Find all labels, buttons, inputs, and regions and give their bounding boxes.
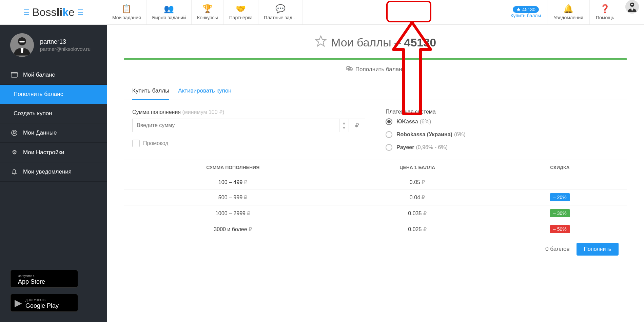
googleplay-button[interactable]: ▶ ДОСТУПНО ВGoogle Play bbox=[10, 294, 78, 312]
radio-icon bbox=[386, 131, 392, 138]
user-avatar bbox=[10, 33, 34, 57]
paysys-option-robokassa[interactable]: Robokassa (Украина)(6%) bbox=[386, 131, 619, 138]
logo-bars-right: ☰ bbox=[77, 8, 83, 16]
user-icon bbox=[10, 130, 18, 136]
page-title: Мои баллы – 45130 bbox=[124, 35, 627, 50]
svg-marker-11 bbox=[316, 36, 326, 46]
appstore-button[interactable]: Загрузите вApp Store bbox=[10, 270, 78, 288]
sum-label: Сумма пополнения (минимум 100 ₽) bbox=[132, 109, 365, 115]
clipboard-icon: 📋 bbox=[121, 4, 132, 14]
star-icon bbox=[516, 7, 521, 12]
nav-task-exchange[interactable]: 👥 Биржа заданий bbox=[147, 0, 192, 24]
sidebar-item-settings[interactable]: ⚙ Мои Настройки bbox=[0, 143, 107, 162]
avatar-icon bbox=[625, 0, 639, 14]
paysys-option-yukassa[interactable]: ЮKassa(6%) bbox=[386, 118, 619, 125]
paysys-option-payeer[interactable]: Payeer(0,96% - 6%) bbox=[386, 144, 619, 151]
paysys-label: Платежная система bbox=[386, 109, 619, 115]
svg-rect-8 bbox=[11, 73, 17, 74]
topup-card: Пополнить баланс Купить баллы Активирова… bbox=[124, 58, 627, 261]
sidebar-item-notifications[interactable]: Мои уведомления bbox=[0, 162, 107, 182]
top-nav: 📋 Мои задания 👥 Биржа заданий 🏆 Конкурсы… bbox=[107, 0, 504, 24]
user-name: partner13 bbox=[40, 38, 91, 45]
trophy-icon: 🏆 bbox=[202, 4, 213, 14]
sidebar-item-create-coupon[interactable]: Создать купон bbox=[0, 104, 107, 123]
googleplay-icon: ▶ bbox=[15, 297, 22, 308]
app-badges: Загрузите вApp Store ▶ ДОСТУПНО ВGoogle … bbox=[0, 260, 107, 322]
logo[interactable]: ☰ Bosslike ☰ bbox=[0, 6, 107, 19]
people-icon: 👥 bbox=[164, 4, 174, 14]
price-table-header: СУММА ПОПОЛНЕНИЯ ЦЕНА 1 БАЛЛА СКИДКА bbox=[124, 160, 627, 175]
bell-icon bbox=[10, 169, 18, 175]
paysys-list: ЮKassa(6%) Robokassa (Украина)(6%) Payee… bbox=[386, 118, 619, 151]
notifications-button[interactable]: 🔔 Уведомления bbox=[547, 0, 589, 24]
svg-point-10 bbox=[13, 131, 15, 133]
sidebar: partner13 partner@niksolovov.ru Мой бала… bbox=[0, 25, 107, 322]
radio-checked-icon bbox=[386, 118, 392, 125]
tab-activate-coupon[interactable]: Активировать купон bbox=[178, 85, 231, 100]
svg-rect-6 bbox=[19, 41, 24, 42]
svg-rect-7 bbox=[11, 73, 17, 77]
sidebar-item-balance[interactable]: Мой баланс bbox=[0, 65, 107, 85]
help-icon: ❓ bbox=[600, 4, 610, 14]
price-table-row: 500 – 9990.04– 20% bbox=[124, 189, 627, 205]
amount-input[interactable] bbox=[132, 119, 339, 132]
right-nav: 45130 Купить баллы 🔔 Уведомления ❓ Помощ… bbox=[504, 0, 644, 24]
radio-icon bbox=[386, 144, 392, 151]
buy-points-button[interactable]: 45130 Купить баллы bbox=[504, 0, 547, 24]
top-header: ☰ Bosslike ☰ 📋 Мои задания 👥 Биржа задан… bbox=[0, 0, 644, 25]
sidebar-item-my-data[interactable]: Мои Данные bbox=[0, 123, 107, 143]
submit-button[interactable]: Пополнить bbox=[577, 243, 619, 256]
user-email: partner@niksolovov.ru bbox=[40, 46, 91, 52]
promo-checkbox[interactable]: Промокод bbox=[132, 140, 365, 147]
user-avatar-menu[interactable] bbox=[625, 0, 639, 14]
discount-badge: – 30% bbox=[550, 209, 570, 217]
sidebar-item-topup[interactable]: Пополнить баланс bbox=[0, 85, 107, 104]
price-table-row: 100 – 4990.05 bbox=[124, 175, 627, 189]
wallet-icon bbox=[10, 72, 18, 78]
tab-buy-points[interactable]: Купить баллы bbox=[132, 85, 169, 100]
price-table-row: 3000 и более0.025– 50% bbox=[124, 221, 627, 237]
price-table-row: 1000 – 29990.035– 30% bbox=[124, 205, 627, 221]
money-chat-icon: 💬 bbox=[275, 4, 286, 14]
nav-affiliate[interactable]: 🤝 Партнерка bbox=[224, 0, 258, 24]
star-outline-icon bbox=[315, 35, 327, 50]
bell-icon: 🔔 bbox=[563, 4, 573, 14]
help-button[interactable]: ❓ Помощь bbox=[589, 0, 620, 24]
svg-rect-3 bbox=[631, 4, 633, 5]
result-points: 0 баллов bbox=[545, 246, 570, 253]
nav-contests[interactable]: 🏆 Конкурсы bbox=[192, 0, 224, 24]
svg-marker-0 bbox=[516, 7, 521, 12]
card-header: Пополнить баланс bbox=[124, 60, 627, 79]
card-footer: 0 баллов Пополнить bbox=[124, 237, 627, 261]
amount-stepper[interactable]: ▲▼ bbox=[339, 119, 349, 132]
coins-icon bbox=[346, 66, 353, 73]
currency-label: ₽ bbox=[349, 119, 365, 132]
handshake-icon: 🤝 bbox=[236, 4, 246, 14]
main-content: Мои баллы – 45130 Пополнить баланс Купит… bbox=[107, 25, 644, 322]
discount-badge: – 20% bbox=[550, 193, 570, 201]
tabs: Купить баллы Активировать купон bbox=[124, 79, 627, 100]
avatar-icon bbox=[10, 33, 34, 57]
logo-bars-left: ☰ bbox=[23, 8, 30, 16]
checkbox-icon bbox=[132, 140, 140, 147]
form-area: Сумма пополнения (минимум 100 ₽) ▲▼ ₽ Пр… bbox=[124, 100, 627, 160]
nav-my-tasks[interactable]: 📋 Мои задания bbox=[107, 0, 147, 24]
discount-badge: – 50% bbox=[550, 225, 570, 233]
nav-paid-tasks[interactable]: 💬 Платные зад… bbox=[258, 0, 303, 24]
points-badge: 45130 bbox=[513, 6, 539, 13]
user-box: partner13 partner@niksolovov.ru bbox=[0, 25, 107, 65]
gear-icon: ⚙ bbox=[10, 149, 18, 156]
